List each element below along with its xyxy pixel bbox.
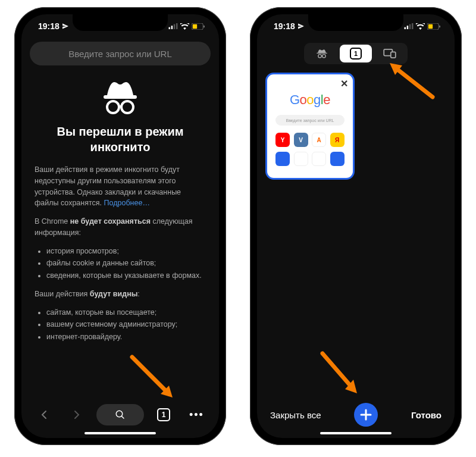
- incognito-heading: Вы перешли в режим инкогнито: [21, 124, 219, 155]
- learn-more-link[interactable]: Подробнее…: [104, 199, 150, 207]
- close-icon[interactable]: ✕: [340, 78, 348, 89]
- tab-mode-selector: 1: [304, 43, 408, 64]
- svg-rect-12: [407, 26, 409, 29]
- new-tab-button[interactable]: [354, 403, 378, 427]
- home-indicator[interactable]: [320, 432, 392, 434]
- svg-point-19: [318, 54, 322, 58]
- battery-icon: [192, 23, 205, 30]
- location-icon: [298, 23, 305, 30]
- home-indicator[interactable]: [84, 432, 156, 434]
- notch: [73, 14, 168, 31]
- svg-rect-18: [317, 53, 327, 54]
- tile: Y: [275, 133, 290, 147]
- svg-rect-3: [176, 23, 178, 29]
- list-item: файлы cookie и данные сайтов;: [46, 258, 206, 269]
- incognito-small-icon: [315, 49, 328, 58]
- annotation-arrow-icon: [317, 348, 376, 407]
- tile: [294, 152, 308, 166]
- notch: [308, 14, 403, 31]
- svg-rect-6: [203, 25, 205, 27]
- search-button[interactable]: [96, 404, 144, 425]
- close-all-button[interactable]: Закрыть все: [270, 410, 321, 420]
- tab-seg-incognito[interactable]: [306, 45, 338, 62]
- wifi-icon: [180, 23, 189, 30]
- url-bar[interactable]: Введите запрос или URL: [30, 42, 211, 65]
- phone-left: 19:18 Введите запрос или URL Вы перешли …: [14, 7, 226, 445]
- visible-list: сайтам, которые вы посещаете; вашему сис…: [35, 307, 206, 343]
- svg-point-20: [322, 54, 326, 58]
- svg-rect-2: [174, 24, 176, 29]
- card-tiles: Y V A Я: [275, 133, 345, 147]
- tile: A: [312, 133, 326, 147]
- annotation-arrow-icon: [382, 58, 441, 106]
- more-button[interactable]: •••: [183, 404, 209, 425]
- svg-rect-16: [428, 24, 433, 28]
- tab-count-box: 1: [157, 408, 170, 421]
- google-logo: Google: [272, 92, 348, 108]
- screen-left: 19:18 Введите запрос или URL Вы перешли …: [21, 14, 219, 438]
- status-time: 19:18: [38, 21, 60, 31]
- tile: [312, 152, 326, 166]
- incognito-body: Ваши действия в режиме инкогнито будут н…: [21, 155, 219, 343]
- svg-rect-1: [171, 26, 173, 29]
- list-item: интернет-провайдеру.: [46, 331, 206, 343]
- svg-point-9: [121, 101, 133, 113]
- done-button[interactable]: Готово: [411, 410, 441, 420]
- tile: [275, 152, 290, 166]
- svg-rect-13: [409, 24, 411, 29]
- plus-icon: [360, 409, 372, 421]
- svg-rect-5: [193, 24, 197, 28]
- back-button[interactable]: [31, 404, 57, 425]
- status-time: 19:18: [274, 21, 295, 31]
- wifi-icon: [416, 23, 425, 30]
- svg-rect-17: [439, 25, 440, 27]
- screen-right: 19:18 1: [257, 14, 455, 438]
- tab-seg-normal[interactable]: 1: [340, 45, 372, 62]
- battery-icon: [427, 23, 440, 30]
- forward-button[interactable]: [64, 404, 90, 425]
- not-saved-list: история просмотров; файлы cookie и данны…: [35, 246, 206, 281]
- tile: [330, 152, 345, 166]
- svg-rect-14: [412, 23, 414, 29]
- phone-right: 19:18 1: [250, 7, 462, 445]
- svg-rect-11: [405, 27, 406, 29]
- list-item: история просмотров;: [46, 246, 206, 257]
- tab-seg-devices[interactable]: [374, 45, 406, 62]
- svg-rect-0: [169, 27, 171, 29]
- location-icon: [62, 23, 69, 30]
- signal-icon: [404, 23, 414, 29]
- svg-rect-22: [391, 52, 396, 58]
- tab-card[interactable]: ✕ Google Введите запрос или URL Y V A Я: [265, 73, 355, 180]
- svg-point-8: [107, 101, 119, 113]
- card-search: Введите запрос или URL: [275, 115, 345, 126]
- incognito-icon: [21, 80, 219, 115]
- signal-icon: [168, 23, 178, 29]
- list-item: вашему системному администратору;: [46, 319, 206, 330]
- tile: V: [294, 133, 308, 147]
- list-item: сведения, которые вы указываете в формах…: [46, 270, 206, 281]
- tile: Я: [330, 133, 345, 147]
- card-tiles-row2: [275, 152, 345, 166]
- list-item: сайтам, которые вы посещаете;: [46, 307, 206, 318]
- devices-icon: [383, 49, 396, 58]
- search-icon: [115, 409, 126, 420]
- svg-rect-7: [104, 95, 137, 99]
- url-placeholder: Введите запрос или URL: [68, 49, 172, 59]
- tabs-button[interactable]: 1: [151, 404, 177, 425]
